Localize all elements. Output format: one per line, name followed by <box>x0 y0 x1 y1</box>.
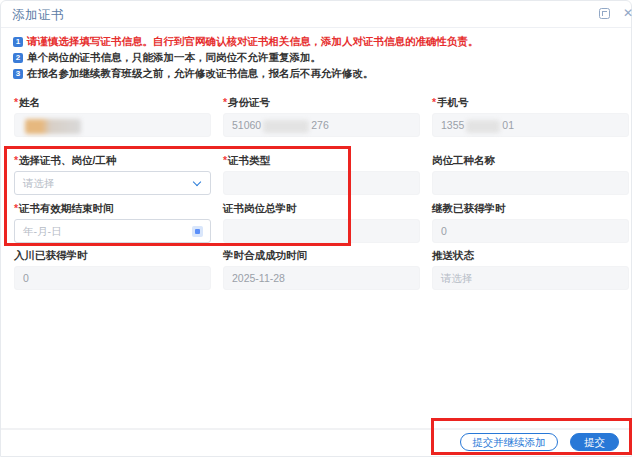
page-title: 添加证书 <box>12 7 64 24</box>
required-asterisk: * <box>223 96 227 108</box>
field-label: *证书类型 <box>223 154 420 167</box>
field-label: 继教已获得学时 <box>432 202 629 215</box>
redacted-name-value <box>25 119 81 134</box>
notice-text-1: 请谨慎选择填写证书信息。自行到官网确认核对证书相关信息，添加人对证书信息的准确性… <box>27 35 479 49</box>
submit-button[interactable]: 提交 <box>570 433 619 451</box>
required-asterisk: * <box>432 96 436 108</box>
cert-type-input <box>223 171 420 195</box>
cert-total-hours-input <box>223 219 420 243</box>
push-status-select: 请选择 <box>432 266 629 290</box>
field-cert-total-hours: 证书岗位总学时 <box>223 202 420 243</box>
notice-item-3: 3 在报名参加继续教育班级之前，允许修改证书信息，报名后不再允许修改。 <box>13 67 374 81</box>
job-name-input <box>432 171 629 195</box>
calendar-icon <box>192 226 203 237</box>
field-job-name: 岗位工种名称 <box>432 154 629 195</box>
certificate-select[interactable]: 请选择 <box>14 171 211 195</box>
field-phone: *手机号 135501 <box>432 96 629 137</box>
close-icon[interactable]: ✕ <box>623 6 632 20</box>
header-divider <box>1 27 631 28</box>
notice-text-2: 单个岗位的证书信息，只能添加一本，同岗位不允许重复添加。 <box>27 51 321 65</box>
field-label: 学时合成成功时间 <box>223 249 420 262</box>
id-number-input: 51060276 <box>223 113 420 137</box>
field-label: *姓名 <box>14 96 211 109</box>
add-certificate-dialog: 添加证书 ✕ 1 请谨慎选择填写证书信息。自行到官网确认核对证书相关信息，添加人… <box>0 0 632 457</box>
cont-edu-hours-input: 0 <box>432 219 629 243</box>
field-push-status: 推送状态 请选择 <box>432 249 629 290</box>
field-label: 证书岗位总学时 <box>223 202 420 215</box>
notice-item-2: 2 单个岗位的证书信息，只能添加一本，同岗位不允许重复添加。 <box>13 51 321 65</box>
required-asterisk: * <box>14 96 18 108</box>
chevron-down-icon <box>193 178 201 186</box>
notice-badge-2: 2 <box>13 53 23 63</box>
submit-and-continue-button[interactable]: 提交并继续添加 <box>460 433 558 451</box>
field-cont-edu-hours: 继教已获得学时 0 <box>432 202 629 243</box>
field-cert-select: *选择证书、岗位/工种 请选择 <box>14 154 211 195</box>
notice-text-3: 在报名参加继续教育班级之前，允许修改证书信息，报名后不再允许修改。 <box>27 67 374 81</box>
fullscreen-icon[interactable] <box>599 8 610 19</box>
field-label: *证书有效期结束时间 <box>14 202 211 215</box>
field-sichuan-hours: 入川已获得学时 0 <box>14 249 211 290</box>
sichuan-hours-input: 0 <box>14 266 211 290</box>
notice-badge-3: 3 <box>13 69 23 79</box>
required-asterisk: * <box>14 202 18 214</box>
date-input[interactable]: 年-月-日 <box>14 219 211 243</box>
required-asterisk: * <box>223 154 227 166</box>
redacted-id-value <box>263 120 309 133</box>
redacted-phone-value <box>466 120 500 133</box>
phone-input: 135501 <box>432 113 629 137</box>
field-label: *身份证号 <box>223 96 420 109</box>
field-label: *手机号 <box>432 96 629 109</box>
name-input <box>14 113 211 137</box>
field-label: 岗位工种名称 <box>432 154 629 167</box>
field-label: 推送状态 <box>432 249 629 262</box>
notice-item-1: 1 请谨慎选择填写证书信息。自行到官网确认核对证书相关信息，添加人对证书信息的准… <box>13 35 479 49</box>
field-name: *姓名 <box>14 96 211 137</box>
field-id-number: *身份证号 51060276 <box>223 96 420 137</box>
field-cert-type: *证书类型 <box>223 154 420 195</box>
hours-merge-time-input: 2025-11-28 <box>223 266 420 290</box>
field-hours-merge-time: 学时合成成功时间 2025-11-28 <box>223 249 420 290</box>
field-label: *选择证书、岗位/工种 <box>14 154 211 167</box>
required-asterisk: * <box>14 154 18 166</box>
footer-divider <box>1 428 631 430</box>
notice-badge-1: 1 <box>13 37 23 47</box>
field-label: 入川已获得学时 <box>14 249 211 262</box>
field-cert-end-date: *证书有效期结束时间 年-月-日 <box>14 202 211 243</box>
